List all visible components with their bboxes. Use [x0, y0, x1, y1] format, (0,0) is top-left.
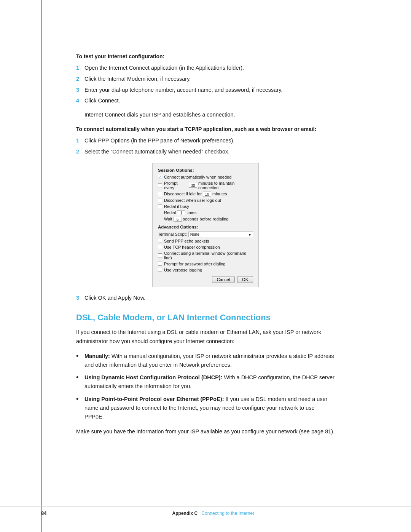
disconnect-logout-checkbox — [158, 198, 162, 202]
use-verbose-checkbox — [158, 268, 162, 272]
prompt-password-checkbox — [158, 262, 162, 266]
bullet-manually: Manually: With a manual configuration, y… — [76, 352, 335, 369]
step-3: 3 Enter your dial-up telephone number, a… — [76, 86, 335, 94]
connect-auto-checkbox — [158, 175, 162, 179]
terminal-script-select[interactable]: None ▸ — [188, 232, 253, 237]
dialog-buttons: Cancel OK — [158, 276, 253, 283]
footer-appendix-link: Connecting to the Internet — [201, 511, 254, 516]
test-config-heading: To test your Internet configuration: — [76, 53, 335, 59]
step-1: 1 Open the Internet Connect application … — [76, 64, 335, 72]
dialog-screenshot: Session Options: Connect automatically w… — [152, 163, 259, 287]
step-2: 2 Click the Internal Modem icon, if nece… — [76, 75, 335, 83]
pppoe-term: Using Point-to-Point Protocol over Ether… — [84, 396, 224, 402]
prompt-val-input: 30 — [189, 183, 197, 188]
use-tcp-checkbox — [158, 245, 162, 249]
disconnect-idle-checkbox — [158, 192, 162, 196]
footer: 84 Appendix C Connecting to the Internet — [0, 506, 411, 516]
disconnect-logout-row: Disconnect when user logs out — [158, 198, 253, 203]
redial-times-row: Redial 1 times — [158, 210, 253, 215]
footer-appendix: Appendix C Connecting to the Internet — [56, 511, 370, 516]
dsl-intro: If you connect to the Internet using a D… — [76, 328, 335, 345]
bullet-dhcp: Using Dynamic Host Configuration Protoco… — [76, 373, 335, 391]
send-ppp-row: Send PPP echo packets — [158, 239, 253, 243]
disconnect-idle-row: Disconnect if idle for 10 minutes — [158, 192, 253, 197]
left-accent-bar — [41, 0, 42, 532]
terminal-script-row: Terminal Script: None ▸ — [158, 232, 253, 237]
auto-step-1: 1 Click PPP Options (in the PPP pane of … — [76, 137, 335, 145]
dsl-closing: Make sure you have the information from … — [76, 427, 335, 436]
wait-row: Wait 5 seconds before redialing — [158, 217, 253, 222]
ok-button[interactable]: OK — [237, 276, 253, 283]
step3-list: 3 Click OK and Apply Now. — [76, 294, 335, 302]
redial-val-input: 1 — [177, 210, 185, 215]
idle-val-input: 10 — [203, 192, 211, 197]
prompt-every-checkbox — [158, 183, 162, 187]
dhcp-term: Using Dynamic Host Configuration Protoco… — [84, 374, 223, 380]
manually-term: Manually: — [84, 353, 110, 359]
bullet-pppoe: Using Point-to-Point Protocol over Ether… — [76, 395, 335, 422]
dsl-section-heading: DSL, Cable Modem, or LAN Internet Connec… — [76, 313, 335, 323]
footer-appendix-label: Appendix C — [172, 511, 198, 516]
wait-val-input: 5 — [174, 217, 182, 222]
use-verbose-row: Use verbose logging — [158, 268, 253, 272]
prompt-every-row: Prompt every 30 minutes to maintain conn… — [158, 181, 253, 190]
connect-terminal-row: Connect using a terminal window (command… — [158, 251, 253, 260]
connect-auto-row: Connect automatically when needed — [158, 175, 253, 179]
page-number: 84 — [41, 510, 56, 516]
prompt-password-row: Prompt for password after dialing — [158, 262, 253, 266]
step3-item: 3 Click OK and Apply Now. — [76, 294, 335, 302]
step-4: 4 Click Connect. — [76, 97, 335, 105]
use-tcp-row: Use TCP header compression — [158, 245, 253, 249]
auto-step-2: 2 Select the “Connect automatically when… — [76, 148, 335, 156]
connect-terminal-checkbox — [158, 253, 162, 257]
advanced-options-title: Advanced Options: — [158, 225, 253, 229]
redial-busy-row: Redial if busy — [158, 204, 253, 209]
dialog-divider: Advanced Options: — [158, 225, 253, 229]
cancel-button[interactable]: Cancel — [212, 276, 235, 283]
redial-busy-checkbox — [158, 204, 162, 208]
auto-connect-steps: 1 Click PPP Options (in the PPP pane of … — [76, 137, 335, 156]
dsl-bullet-list: Manually: With a manual configuration, y… — [76, 352, 335, 421]
auto-connect-heading: To connect automatically when you start … — [76, 126, 335, 132]
send-ppp-checkbox — [158, 239, 162, 243]
test-config-steps: 1 Open the Internet Connect application … — [76, 64, 335, 105]
session-options-title: Session Options: — [158, 168, 253, 173]
connect-note: Internet Connect dials your ISP and esta… — [84, 110, 335, 119]
